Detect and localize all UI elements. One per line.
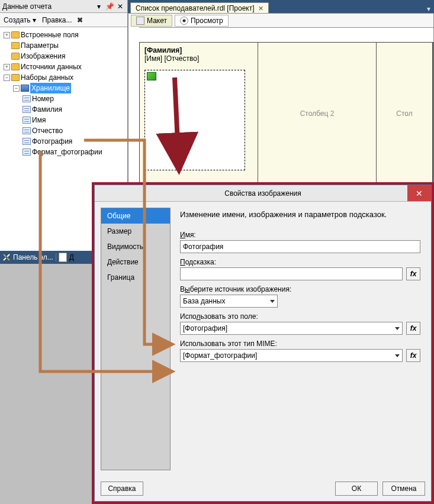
cell-lastname: [Фамилия] (144, 46, 253, 54)
label-mime: Использовать этот тип MIME: (180, 340, 420, 348)
panel-menubar: Создать ▾ Правка... ✖ (0, 13, 127, 27)
sidebar-item-visibility[interactable]: Видимость (101, 239, 170, 254)
dropdown-field[interactable]: [Фотография] (180, 322, 403, 335)
tools-icon (2, 253, 11, 261)
dataset-icon (21, 85, 29, 92)
tree-field-photo[interactable]: Фотография (22, 136, 127, 147)
cancel-button[interactable]: Отмена (382, 482, 425, 496)
tree-node-sources[interactable]: +Источники данных (4, 62, 127, 72)
cell-firstname: [Имя] (144, 54, 162, 63)
grid-col-1[interactable]: [Фамилия] [Имя] [Отчество] (140, 43, 258, 184)
window-menu-icon[interactable]: ▾ (94, 2, 104, 11)
tree-field-mid[interactable]: Отчество (22, 125, 127, 136)
field-icon (22, 138, 31, 145)
tree-field-last[interactable]: Фамилия (22, 104, 127, 115)
dialog-highlight-border: Свойства изображения ✕ Общие Размер Види… (92, 182, 434, 504)
panel-title-text: Данные отчета (2, 2, 52, 11)
dropdown-mime[interactable]: [Формат_фотографии] (180, 349, 403, 362)
fx-button-field[interactable]: fx (406, 322, 420, 335)
tab-overflow-icon[interactable]: ▾ (427, 5, 434, 13)
document-tab-label: Список преподавателей.rdl [Проект] (136, 4, 255, 12)
close-icon[interactable]: ✕ (258, 5, 263, 12)
expander-icon[interactable]: + (4, 32, 10, 38)
dialog-close-button[interactable]: ✕ (407, 185, 431, 201)
tree-field-id[interactable]: Номер (22, 93, 127, 104)
preview-icon (180, 17, 188, 25)
fx-button-tooltip[interactable]: fx (406, 267, 420, 280)
field-icon (22, 95, 31, 102)
label-name: Имя: (180, 231, 420, 239)
label-source: Выберите источник изображения: (180, 285, 420, 293)
bottom-tab-other[interactable]: Д (69, 253, 74, 261)
help-button[interactable]: Справка (101, 482, 143, 496)
sidebar-item-size[interactable]: Размер (101, 224, 170, 239)
label-field: Использовать это поле: (180, 312, 420, 321)
expander-icon[interactable]: + (4, 64, 10, 70)
field-icon (22, 106, 31, 113)
label-tooltip: Подсказка: (180, 258, 420, 266)
tree-field-first[interactable]: Имя (22, 115, 127, 125)
ok-button[interactable]: ОК (335, 482, 378, 496)
chevron-down-icon (395, 327, 400, 330)
tree-node-builtin[interactable]: +Встроенные поля (4, 30, 127, 40)
sidebar-item-action[interactable]: Действие (101, 254, 170, 270)
dropdown-source[interactable]: База данных (180, 295, 278, 308)
field-icon (22, 127, 31, 134)
menu-create[interactable]: Создать ▾ (1, 15, 38, 25)
folder-icon (11, 31, 20, 38)
dialog-title-text: Свойства изображения (224, 189, 301, 198)
grid-col-2[interactable]: Столбец 2 (258, 43, 377, 184)
view-tab-design[interactable]: Макет (131, 15, 172, 27)
expander-icon[interactable]: − (13, 85, 20, 92)
tree-node-images[interactable]: Изображения (4, 51, 127, 62)
field-icon (22, 117, 31, 124)
folder-icon (11, 42, 20, 49)
folder-icon (11, 53, 20, 60)
close-icon[interactable]: ✕ (115, 2, 125, 11)
page-icon (59, 253, 67, 262)
dialog-heading: Изменение имени, изображения и параметро… (180, 210, 420, 219)
input-name[interactable]: Фотография (180, 240, 420, 253)
document-tab[interactable]: Список преподавателей.rdl [Проект] ✕ (130, 2, 269, 14)
tree-node-params[interactable]: Параметры (4, 40, 127, 51)
document-tabbar: Список преподавателей.rdl [Проект] ✕ ▾ (128, 0, 434, 13)
fx-button-mime[interactable]: fx (406, 349, 420, 362)
dialog-footer: Справка ОК Отмена (95, 476, 431, 501)
chevron-down-icon (395, 354, 400, 357)
panel-titlebar: Данные отчета ▾ 📌 ✕ (0, 0, 127, 13)
tree-field-format[interactable]: Формат_фотографии (22, 147, 127, 157)
expander-icon[interactable]: − (4, 75, 10, 81)
dialog-sidebar: Общие Размер Видимость Действие Граница (101, 208, 171, 470)
folder-icon (11, 63, 20, 70)
chevron-down-icon (270, 300, 275, 303)
bottom-tab-toolbox[interactable]: Панель эл... (13, 253, 53, 261)
menu-delete-icon[interactable]: ✖ (75, 15, 85, 25)
grid-col-3[interactable]: Стол (377, 43, 433, 184)
menu-edit[interactable]: Правка... (40, 15, 75, 25)
dialog-titlebar[interactable]: Свойства изображения ✕ (95, 185, 431, 202)
image-thumb-icon (147, 72, 156, 80)
sidebar-item-general[interactable]: Общие (101, 208, 170, 224)
tree-node-dataset[interactable]: −Хранилище (13, 83, 127, 93)
image-placeholder[interactable] (144, 70, 245, 170)
pin-icon[interactable]: 📌 (105, 2, 114, 11)
sidebar-item-border[interactable]: Граница (101, 270, 170, 285)
cell-midname: [Отчество] (164, 54, 199, 63)
layout-icon (136, 17, 144, 25)
image-properties-dialog: Свойства изображения ✕ Общие Размер Види… (94, 185, 432, 502)
dialog-main: Изменение имени, изображения и параметро… (175, 208, 425, 470)
field-icon (22, 148, 31, 156)
tree-node-datasets[interactable]: −Наборы данных (4, 72, 127, 83)
input-tooltip[interactable] (180, 267, 403, 280)
view-tabs: Макет Просмотр (128, 14, 433, 28)
view-tab-preview[interactable]: Просмотр (175, 15, 229, 27)
folder-icon (11, 74, 20, 81)
